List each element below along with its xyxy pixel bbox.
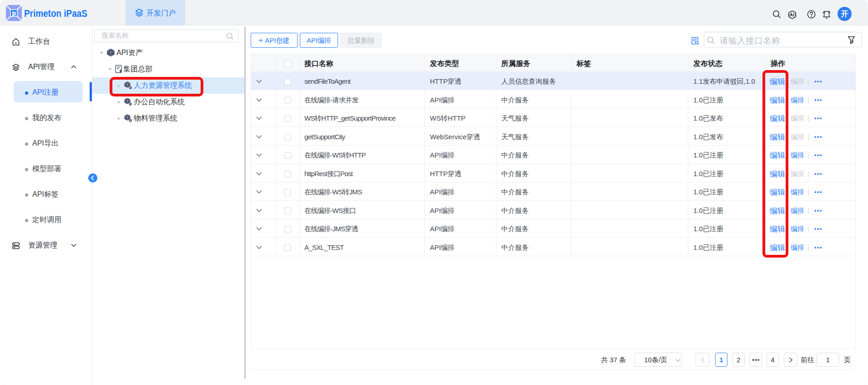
svg-text:p: p	[12, 10, 16, 17]
